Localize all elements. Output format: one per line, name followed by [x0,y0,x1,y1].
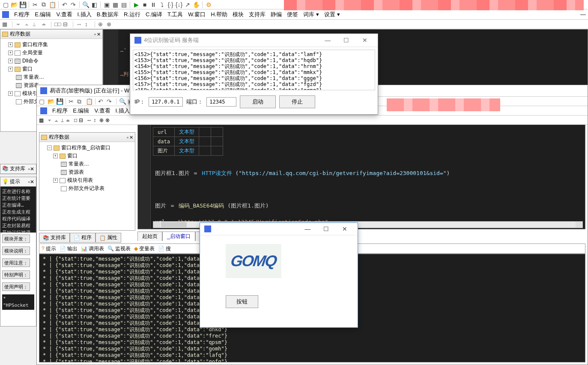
panel-close-icon[interactable]: ✕ [97,32,101,37]
panel-dock-icon[interactable]: ▫ [94,32,96,37]
center-v-icon[interactable]: ⊗ [107,21,113,28]
al-icon[interactable]: ⫟ [47,117,52,123]
save-icon[interactable]: 💾 [56,98,63,105]
menu-window[interactable]: W.窗口 [188,11,206,18]
code-editor[interactable]: url文本型 data文本型 图片文本型 图片框1.图片 ＝ HTTP读文件 (… [137,125,585,229]
panel-close-icon[interactable]: ✕ [129,135,133,140]
menu-database[interactable]: B.数据库 [97,11,119,18]
run-icon[interactable]: ▶ [133,1,140,8]
height-icon[interactable]: ↕ [85,21,92,28]
port-input[interactable] [206,97,236,107]
sp-icon[interactable]: ↔ [87,117,92,123]
undo-icon[interactable]: ↶ [98,98,105,105]
al-icon[interactable]: ⟂ [61,117,64,123]
tree-modref[interactable]: +模块引用表 [41,176,133,184]
grid-icon[interactable]: ▦ [2,21,9,28]
new-icon[interactable]: ▢ [2,1,9,8]
stop-icon[interactable]: ■ [141,1,148,8]
menu-static[interactable]: 静编 [271,11,282,18]
grid-icon[interactable]: ▦ [39,117,44,123]
tab-attr[interactable]: 📋属性 [96,233,121,243]
align-l-icon[interactable]: ⫟ [15,21,22,28]
action-button[interactable]: 按钮 [226,295,258,308]
start-button[interactable]: 启动 [240,95,276,108]
align-r-icon[interactable]: ⫠ [24,21,31,28]
sp-icon[interactable]: ↕ [93,117,96,123]
close-icon[interactable]: ✕ [336,226,353,232]
tab-hint[interactable]: ?提示 [42,245,56,252]
tab-supportlib[interactable]: 📚支持库 [39,233,70,243]
pause-icon[interactable]: ⏸ [150,1,157,8]
maximize-icon[interactable]: ☐ [338,37,355,44]
tree-winprog[interactable]: −窗口程序集_启动窗口 [41,144,133,152]
findnext-icon[interactable]: ◧ [91,1,98,8]
menu-wordlib[interactable]: 词库 ▾ [303,11,319,18]
menu-help[interactable]: H.帮助 [211,11,227,18]
tree-win[interactable]: +窗口 [41,152,133,160]
new-icon[interactable]: ▢ [39,98,46,105]
win3-icon[interactable]: ▤ [120,1,127,8]
gear-icon[interactable]: ⚙ [205,1,212,8]
stop-button[interactable]: 停止 [279,95,315,108]
cursor-icon[interactable]: ↗ [184,1,191,8]
dist-v-icon[interactable]: ⊟ [63,21,70,28]
win2-icon[interactable]: ▦ [112,1,119,8]
copy-icon[interactable]: ⧉ [77,98,84,105]
minimize-icon[interactable]: — [299,226,316,232]
ip-input[interactable] [149,97,183,107]
al-icon[interactable]: ⫠ [54,117,59,123]
tab-watch[interactable]: 🔍监视表 [107,245,131,252]
panel-dock-icon[interactable]: ▫ [127,135,128,140]
al-icon[interactable]: ⫨ [66,117,71,123]
menu-settings[interactable]: 设置 ▾ [324,11,340,18]
panel-close-icon[interactable]: ▫✕ [28,179,34,185]
tree-winprog[interactable]: +窗口程序集 [2,41,101,49]
dist-h-icon[interactable]: □□ [54,21,61,28]
cut-icon[interactable]: ✂ [32,1,39,8]
menu-program[interactable]: F.程序 [14,11,30,18]
stepover-icon[interactable]: ⤵ [158,1,165,8]
paste-icon[interactable]: 📋 [49,1,56,8]
find-icon[interactable]: 🔍 [82,1,89,8]
find-icon[interactable]: 🔍 [119,98,126,105]
menu-minimize-icon[interactable]: — [580,11,586,18]
minimize-icon[interactable]: — [319,37,336,44]
close-icon[interactable]: ✕ [356,37,373,44]
tree-extfile[interactable]: 外部文件记录表 [41,184,133,193]
cut-icon[interactable]: ✂ [69,98,75,105]
server-log[interactable]: <152>{"stat":true,"message":"识别成功","code… [133,50,375,90]
menu-insert[interactable]: I.插入 [78,11,92,18]
paste-icon[interactable]: 📋 [86,98,93,105]
stepout-icon[interactable]: {↓} [176,1,182,8]
menu-edit[interactable]: E.编辑 [35,11,51,18]
open-icon[interactable]: 📂 [48,98,54,105]
copy-icon[interactable]: ⧉ [40,1,47,8]
menu-supportlib[interactable]: 支持库 [249,11,266,18]
hand-icon[interactable]: ✋ [193,1,200,8]
tree-const[interactable]: 常量表… [2,73,101,81]
align-t-icon[interactable]: ⟂ [33,21,39,28]
menu-edit[interactable]: E.编辑 [73,107,89,115]
menu-view[interactable]: V.查看 [94,107,110,115]
tab-calltable[interactable]: 📊调用表 [81,245,104,252]
tree-globvar[interactable]: +全局变量 [2,49,101,57]
tab-startpage[interactable]: 起始页 [137,231,162,241]
maximize-icon[interactable]: ☐ [318,226,335,232]
tree-win[interactable]: +窗口 [2,65,101,73]
width-icon[interactable]: ↔ [76,21,83,28]
redo-icon[interactable]: ↷ [70,1,77,8]
menu-program[interactable]: F.程序 [52,107,68,115]
panel-close-icon[interactable]: ▫✕ [28,166,34,172]
redo-icon[interactable]: ↷ [107,98,113,105]
sz-icon[interactable]: □ [74,117,77,123]
menu-module[interactable]: 模块 [233,11,244,18]
tab-startwindow[interactable]: _启动窗口 [162,231,195,241]
sz-icon[interactable]: ⊟ [79,117,83,123]
menu-insert[interactable]: I.插入 [116,107,130,115]
save-icon[interactable]: 💾 [19,1,26,8]
menu-note[interactable]: 便签 [287,11,298,18]
tree-res[interactable]: 资源表 [41,168,133,176]
stepin-icon[interactable]: {·} [167,1,174,8]
win1-icon[interactable]: ▣ [103,1,110,8]
menu-view[interactable]: V.查看 [56,11,72,18]
